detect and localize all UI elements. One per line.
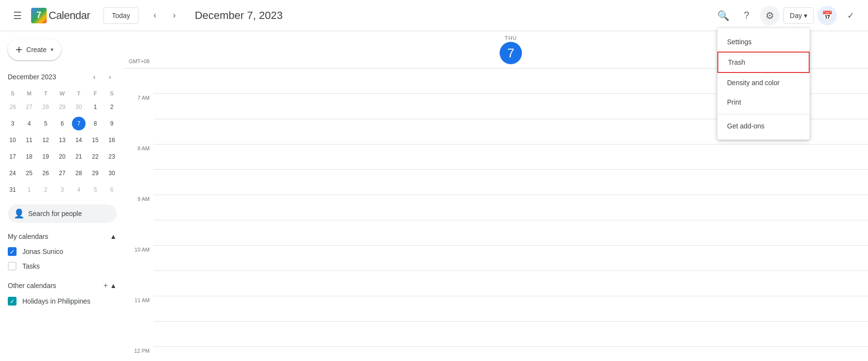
calendar-day[interactable]: 5 [39,117,52,130]
calendar-day[interactable]: 1 [88,100,102,114]
calendar-day-cell[interactable]: 15 [87,132,103,148]
calendar-item-tasks[interactable]: Tasks [0,259,124,273]
today-button[interactable]: Today [104,7,138,24]
calendar-day-cell[interactable]: 28 [38,99,53,115]
next-arrow[interactable]: › [166,7,183,24]
calendar-day[interactable]: 9 [105,117,119,130]
settings-button[interactable]: ⚙ [760,6,780,25]
calendar-day-cell[interactable]: 25 [21,165,37,181]
calendar-item-jonas[interactable]: ✓ Jonas Sunico [0,244,124,259]
calendar-day[interactable]: 17 [6,150,19,163]
tasks-icon-button[interactable]: ✓ [841,6,860,25]
calendar-day[interactable]: 3 [6,117,19,130]
menu-button[interactable]: ☰ [8,6,27,25]
calendar-day[interactable]: 31 [6,183,19,197]
calendar-day[interactable]: 24 [6,166,19,180]
calendar-day[interactable]: 2 [39,183,52,197]
calendar-day-cell[interactable]: 4 [71,182,87,198]
calendar-day-cell[interactable]: 5 [87,182,103,198]
calendar-day-cell[interactable]: 2 [104,99,120,115]
calendar-day-cell[interactable]: 23 [104,149,120,164]
calendar-day[interactable]: 8 [88,117,102,130]
calendar-day-cell[interactable]: 30 [104,165,120,181]
calendar-day[interactable]: 29 [55,100,69,114]
other-calendars-header[interactable]: Other calendars + ▲ [0,277,124,294]
calendar-day-cell[interactable]: 7 [71,116,87,131]
calendar-day-cell[interactable]: 1 [21,182,37,198]
time-slot[interactable] [154,271,868,296]
calendar-day[interactable]: 5 [88,183,102,197]
calendar-day-cell[interactable]: 3 [5,116,20,131]
calendar-day-cell[interactable]: 16 [104,132,120,148]
print-menu-item[interactable]: Print [717,92,810,112]
calendar-day[interactable]: 29 [88,166,102,180]
calendar-day[interactable]: 11 [22,133,36,147]
calendar-day[interactable]: 6 [105,183,119,197]
calendar-day-cell[interactable]: 20 [54,149,70,164]
calendar-day[interactable]: 13 [55,133,69,147]
settings-menu-item[interactable]: Settings [717,32,810,52]
calendar-day-cell[interactable]: 10 [5,132,20,148]
calendar-day-cell[interactable]: 18 [21,149,37,164]
calendar-day[interactable]: 21 [72,150,86,163]
time-slot[interactable] [154,144,868,170]
calendar-day-cell[interactable]: 14 [71,132,87,148]
calendar-day[interactable]: 16 [105,133,119,147]
calendar-day[interactable]: 14 [72,133,86,147]
time-slot[interactable] [154,296,868,322]
calendar-day-cell[interactable]: 30 [71,99,87,115]
calendar-day[interactable]: 23 [105,150,119,163]
mini-cal-next[interactable]: › [103,70,117,84]
calendar-day[interactable]: 15 [88,133,102,147]
calendar-day-cell[interactable]: 1 [87,99,103,115]
calendar-day-cell[interactable]: 17 [5,149,20,164]
calendar-day-cell[interactable]: 27 [21,99,37,115]
calendar-day-cell[interactable]: 2 [38,182,53,198]
calendar-day-cell[interactable]: 4 [21,116,37,131]
calendar-day[interactable]: 4 [72,183,86,197]
calendar-day-cell[interactable]: 8 [87,116,103,131]
time-slot[interactable] [154,322,868,347]
calendar-day-cell[interactable]: 27 [54,165,70,181]
calendar-day-cell[interactable]: 28 [71,165,87,181]
mini-cal-prev[interactable]: ‹ [87,70,101,84]
calendar-day[interactable]: 22 [88,150,102,163]
calendar-day-cell[interactable]: 12 [38,132,53,148]
time-slot[interactable] [154,170,868,195]
calendar-day-cell[interactable]: 31 [5,182,20,198]
calendar-day[interactable]: 30 [105,166,119,180]
calendar-day[interactable]: 28 [72,166,86,180]
time-slot[interactable] [154,347,868,361]
calendar-day[interactable]: 18 [22,150,36,163]
calendar-day[interactable]: 30 [72,100,86,114]
my-calendars-header[interactable]: My calendars ▲ [0,229,124,244]
checkbox-tasks[interactable] [8,262,17,271]
calendar-item-holidays[interactable]: ✓ Holidays in Philippines [0,294,124,308]
calendar-day-cell[interactable]: 6 [104,182,120,198]
calendar-day[interactable]: 10 [6,133,19,147]
calendar-day-cell[interactable]: 29 [54,99,70,115]
calendar-day-cell[interactable]: 22 [87,149,103,164]
today-day[interactable]: 7 [72,117,86,130]
create-button[interactable]: + Create ▾ [8,39,61,60]
calendar-day-cell[interactable]: 3 [54,182,70,198]
search-button[interactable]: 🔍 [713,6,733,25]
calendar-day-cell[interactable]: 26 [38,165,53,181]
add-icon[interactable]: + [104,281,108,290]
time-slot[interactable] [154,220,868,246]
calendar-day-cell[interactable]: 13 [54,132,70,148]
calendar-day[interactable]: 6 [55,117,69,130]
calendar-day-cell[interactable]: 6 [54,116,70,131]
calendar-day[interactable]: 27 [22,100,36,114]
calendar-day[interactable]: 4 [22,117,36,130]
calendar-day-cell[interactable]: 26 [5,99,20,115]
checkbox-jonas[interactable]: ✓ [8,247,17,256]
view-selector[interactable]: Day ▾ [783,7,814,24]
calendar-day[interactable]: 28 [39,100,52,114]
calendar-day[interactable]: 1 [22,183,36,197]
calendar-day[interactable]: 3 [55,183,69,197]
calendar-day-cell[interactable]: 21 [71,149,87,164]
search-people[interactable]: 👤 Search for people [8,204,117,223]
calendar-day[interactable]: 26 [6,100,19,114]
trash-menu-item[interactable]: Trash [717,52,810,73]
